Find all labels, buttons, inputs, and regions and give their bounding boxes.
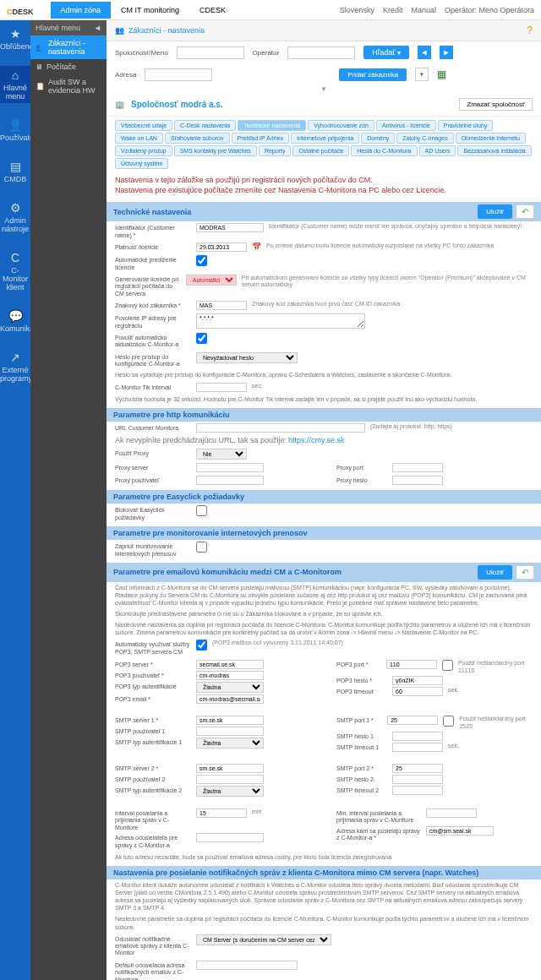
easyclick-check[interactable] (196, 505, 207, 516)
tab-other[interactable]: Ostatné počítače (292, 145, 349, 156)
monitoring-check[interactable] (196, 542, 207, 553)
tab-zones[interactable]: Vyhodnocovanie zón (308, 120, 374, 131)
pop3auth-select[interactable]: Žiadna (196, 682, 264, 693)
pop3-nonstd-check[interactable] (442, 660, 453, 671)
tab-adusers[interactable]: AD Users (419, 145, 456, 156)
tab-sms[interactable]: SMS kontakty pre Watches (174, 145, 257, 156)
tab-cdesk[interactable]: CDESK (189, 2, 236, 19)
proxypass-input[interactable] (392, 476, 443, 485)
tab-antivirus[interactable]: Antivírus - licencie (376, 120, 436, 131)
autoupdate-check[interactable] (196, 333, 207, 344)
min-interval-input[interactable] (426, 808, 477, 818)
calendar-icon[interactable]: 📅 (252, 242, 261, 251)
tab-remote[interactable]: Vzdialený prístup (115, 145, 172, 156)
smtp2port-input[interactable] (392, 764, 443, 773)
pop3user-input[interactable] (196, 671, 264, 680)
tab-restrict[interactable]: Obmedzenie Internetu (456, 133, 526, 144)
tab-cmit[interactable]: CM IT monitoring (111, 2, 189, 19)
pop3server-input[interactable] (196, 660, 264, 669)
excel-icon[interactable]: ▦ (437, 68, 446, 80)
menu-audit[interactable]: 📋Audit SW a evidencia HW (30, 74, 107, 98)
save-button[interactable]: Uložiť (478, 204, 512, 219)
smtp1port-input[interactable] (387, 716, 438, 725)
tab-admin[interactable]: Admin zóna (51, 2, 112, 19)
next-button[interactable]: ► (440, 46, 453, 59)
smtp1server-input[interactable] (196, 716, 264, 725)
genlic-select[interactable]: Automaticky (186, 275, 237, 286)
nav-ext[interactable]: ↗Externé programy (0, 348, 30, 385)
validity-input[interactable] (196, 242, 247, 252)
tab-install[interactable]: Bezzásahová inštalácia (457, 145, 531, 156)
code-input[interactable] (196, 301, 247, 310)
plus-icon[interactable]: + (415, 68, 428, 81)
tik-input[interactable] (196, 383, 247, 392)
nav-tools[interactable]: ⚙Admin nástroje (0, 199, 30, 236)
tab-wol[interactable]: Wake on LAN (115, 133, 163, 144)
menu-customers[interactable]: 👥Zákazníci - nastavenia (30, 35, 107, 59)
default-url-link[interactable]: https://cmy.se.sk (288, 436, 344, 444)
lang-link[interactable]: Slovensky (340, 6, 374, 14)
manual-link[interactable]: Manual (411, 6, 436, 14)
tab-domains[interactable]: Domény (361, 133, 395, 144)
help-icon[interactable]: ? (527, 24, 533, 36)
add-customer-button[interactable]: Pridať zákazníka (339, 68, 407, 81)
tab-ip[interactable]: Prehľad IP Adries (232, 133, 289, 144)
search-button[interactable]: Hľadať ▾ (363, 46, 409, 59)
autoext-check[interactable] (196, 255, 207, 266)
tab-downloads[interactable]: Sťahovanie súborov (165, 133, 230, 144)
delete-company-button[interactable]: Zmazať spoločnosť (459, 98, 533, 111)
tab-technical[interactable]: Technické nastavenia (238, 120, 306, 131)
kredit-link[interactable]: Kredit (383, 6, 403, 14)
nav-comm[interactable]: 💬Komunikácia (0, 307, 30, 335)
pop3timeout-input[interactable] (392, 687, 443, 696)
sender-addr-input[interactable] (196, 833, 264, 842)
address-input[interactable] (145, 68, 212, 81)
pop3auto-check[interactable] (196, 640, 207, 651)
operator-label[interactable]: Operátor: Meno Operátora (445, 6, 534, 14)
url-input[interactable] (196, 423, 365, 433)
pop3port-input[interactable] (386, 660, 437, 669)
proxy-select[interactable]: Nie (196, 449, 247, 460)
menu-computers[interactable]: 🖥Počítače (30, 59, 107, 74)
tab-cdesk-settings[interactable]: C-Desk nastavenia (174, 120, 236, 131)
smtp1pass-input[interactable] (392, 732, 443, 741)
save-button-2[interactable]: Uložiť (478, 565, 512, 580)
to-addr-input[interactable] (426, 826, 494, 836)
smtp2pass-input[interactable] (392, 775, 443, 784)
notif-sender-input[interactable] (196, 961, 298, 970)
prev-button[interactable]: ◄ (418, 46, 431, 59)
smtp2server-input[interactable] (196, 764, 264, 773)
nav-main[interactable]: ⌂Hlavné menu (0, 66, 30, 103)
smtp1timeout-input[interactable] (392, 743, 443, 752)
collapse-icon[interactable]: ◄ (94, 24, 101, 32)
smtp2auth-select[interactable]: Žiadna (196, 786, 264, 797)
interval-input[interactable] (196, 808, 247, 818)
undo-button-2[interactable]: ↶ (516, 565, 534, 580)
tab-cimages[interactable]: Zálohy C-Images (396, 133, 453, 144)
pop3pass-input[interactable] (392, 676, 443, 685)
proxyport-input[interactable] (392, 463, 443, 472)
ident-input[interactable] (196, 223, 264, 232)
operator-input[interactable] (287, 46, 355, 59)
ip-textarea[interactable]: *.*.*.* (196, 313, 365, 329)
smtp1-nonstd-check[interactable] (443, 716, 454, 727)
nav-favorites[interactable]: ★Obľúbené (0, 24, 30, 53)
smtp2user-input[interactable] (196, 775, 264, 784)
tab-general[interactable]: Všeobecné údaje (115, 120, 172, 131)
tab-passwords[interactable]: Heslá do C-Monitora (351, 145, 417, 156)
smtp2timeout-input[interactable] (392, 786, 443, 795)
pop3email-input[interactable] (196, 694, 264, 704)
nav-cmdb[interactable]: ▤CMDB (0, 157, 30, 186)
tab-internet[interactable]: Internetové pripojenia (291, 133, 359, 144)
nav-cmonitor[interactable]: CC-Monitor klient (0, 248, 30, 294)
proxyserver-input[interactable] (196, 463, 264, 472)
undo-button[interactable]: ↶ (516, 204, 534, 219)
tab-accounting[interactable]: Účtovný systém (115, 158, 168, 169)
nav-users[interactable]: 👤Používatelia (0, 116, 30, 144)
smtp1auth-select[interactable]: Žiadna (196, 738, 264, 749)
proxyuser-input[interactable] (196, 476, 264, 485)
tab-tasks[interactable]: Pravidelné úlohy (438, 120, 494, 131)
notif-method-select[interactable]: CM Server (s doručením na CM server cez … (196, 934, 331, 945)
company-input[interactable] (177, 46, 244, 59)
smtp1user-input[interactable] (196, 727, 264, 736)
